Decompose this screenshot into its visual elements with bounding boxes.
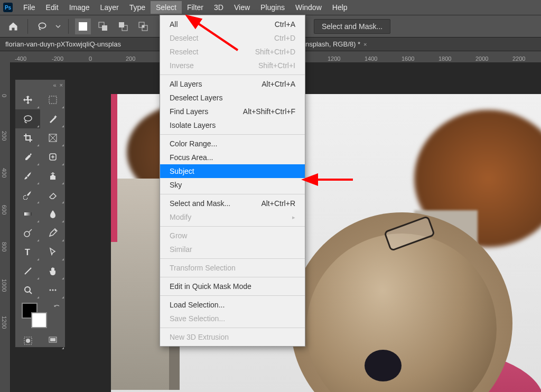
svg-point-9 (24, 116, 32, 121)
clone-tool[interactable] (40, 166, 65, 185)
menu-separator (160, 258, 305, 259)
menu-item-shortcut: Ctrl+D (274, 34, 295, 42)
menu-item-subject[interactable]: Subject (160, 164, 305, 178)
svg-rect-14 (24, 212, 32, 216)
menu-item-label: Grow (170, 231, 187, 240)
menu-separator (160, 74, 305, 75)
document-tab[interactable]: florian-van-duyn-pXToxwjqIiQ-unsplas (0, 38, 126, 50)
menu-edit[interactable]: Edit (41, 1, 64, 14)
swap-colors-icon[interactable]: ⤺ (54, 302, 60, 310)
menu-item-isolate-layers[interactable]: Isolate Layers (160, 118, 305, 132)
dodge-tool[interactable] (15, 223, 40, 242)
menu-item-label: Deselect Layers (170, 94, 222, 102)
menu-item-shortcut: Alt+Shift+Ctrl+F (243, 107, 295, 116)
edit-toolbar-tool[interactable] (40, 281, 65, 300)
svg-rect-7 (142, 25, 144, 27)
subtract-selection-icon[interactable] (115, 18, 131, 34)
menu-item-transform-selection: Transform Selection (160, 261, 305, 275)
menu-select[interactable]: Select (151, 1, 182, 14)
svg-rect-3 (119, 22, 124, 27)
menu-item-new-3d-extrusion: New 3D Extrusion (160, 330, 305, 344)
app-logo: Ps (3, 3, 13, 12)
menu-item-save-selection: Save Selection... (160, 312, 305, 325)
ruler-tick: 0 (89, 55, 92, 62)
close-icon[interactable]: × (363, 41, 367, 48)
path-select-tool[interactable] (40, 242, 65, 262)
menu-item-similar: Similar (160, 242, 305, 256)
healing-tool[interactable] (40, 147, 65, 166)
menu-plugins[interactable]: Plugins (255, 1, 290, 14)
menu-item-label: Load Selection... (170, 301, 225, 309)
background-swatch[interactable] (31, 312, 47, 328)
quick-mask-icon[interactable] (15, 331, 40, 350)
menu-item-load-selection[interactable]: Load Selection... (160, 298, 305, 312)
gradient-tool[interactable] (15, 204, 40, 223)
lasso-tool[interactable] (15, 109, 40, 128)
menu-item-shortcut: Ctrl+A (275, 20, 295, 29)
menu-image[interactable]: Image (64, 1, 95, 14)
svg-rect-2 (102, 25, 107, 31)
brush-tool[interactable] (15, 166, 40, 185)
menu-item-edit-in-quick-mask-mode[interactable]: Edit in Quick Mask Mode (160, 279, 305, 293)
svg-point-0 (39, 23, 45, 28)
menu-item-label: All (170, 20, 178, 29)
history-brush-tool[interactable] (15, 185, 40, 204)
crop-tool[interactable] (15, 128, 40, 147)
ruler-tick: 2200 (512, 55, 525, 62)
color-swatches[interactable]: ⤺ (15, 300, 65, 331)
tools-panel: « × T ⤺ (15, 79, 66, 348)
collapse-icon[interactable]: « (53, 82, 56, 88)
new-selection-icon[interactable] (75, 18, 91, 34)
type-tool[interactable]: T (15, 242, 40, 262)
menu-file[interactable]: File (18, 1, 41, 14)
select-menu-dropdown: AllCtrl+ADeselectCtrl+DReselectShift+Ctr… (160, 15, 305, 347)
hand-tool[interactable] (40, 262, 65, 281)
menu-item-label: Transform Selection (170, 264, 236, 272)
menu-item-grow: Grow (160, 229, 305, 242)
app-logo-text: Ps (5, 5, 11, 11)
intersect-selection-icon[interactable] (135, 18, 151, 34)
menu-item-focus-area[interactable]: Focus Area... (160, 151, 305, 164)
svg-line-19 (25, 268, 31, 274)
menu-item-all-layers[interactable]: All LayersAlt+Ctrl+A (160, 77, 305, 91)
frame-tool[interactable] (40, 128, 65, 147)
menu-item-label: All Layers (170, 80, 202, 88)
magic-wand-tool[interactable] (40, 109, 65, 128)
marquee-tool[interactable] (40, 90, 65, 109)
svg-text:T: T (25, 248, 30, 257)
eyedropper-tool[interactable] (15, 147, 40, 166)
menu-item-color-range[interactable]: Color Range... (160, 137, 305, 151)
menu-item-deselect-layers[interactable]: Deselect Layers (160, 91, 305, 105)
menu-window[interactable]: Window (290, 1, 327, 14)
line-tool[interactable] (15, 262, 40, 281)
zoom-tool[interactable] (15, 281, 40, 300)
add-selection-icon[interactable] (95, 18, 111, 34)
menu-view[interactable]: View (229, 1, 255, 14)
menu-item-select-and-mask[interactable]: Select and Mask...Alt+Ctrl+R (160, 197, 305, 210)
menu-layer[interactable]: Layer (95, 1, 124, 14)
ruler-tick: 1200 (1, 316, 7, 329)
svg-point-17 (54, 230, 56, 231)
svg-point-24 (54, 290, 56, 291)
menu-item-find-layers[interactable]: Find LayersAlt+Shift+Ctrl+F (160, 105, 305, 118)
menu-item-sky[interactable]: Sky (160, 178, 305, 192)
blur-tool[interactable] (40, 204, 65, 223)
dropdown-chevron-icon[interactable] (54, 18, 62, 34)
eraser-tool[interactable] (40, 185, 65, 204)
lasso-tool-icon[interactable] (34, 18, 50, 34)
ruler-tick: -200 (52, 55, 63, 62)
move-tool[interactable] (15, 90, 40, 109)
menu-type[interactable]: Type (124, 1, 151, 14)
select-and-mask-button[interactable]: Select and Mask... (314, 19, 390, 34)
menu-separator (160, 194, 305, 194)
pen-tool[interactable] (40, 223, 65, 242)
menu-item-label: Modify (170, 213, 191, 221)
tools-panel-header: « × (15, 80, 65, 90)
home-icon[interactable] (5, 18, 21, 34)
ruler-tick: -400 (15, 55, 26, 62)
menu-help[interactable]: Help (327, 1, 353, 14)
menu-3d[interactable]: 3D (209, 1, 229, 14)
close-icon[interactable]: × (60, 82, 63, 88)
screen-mode-icon[interactable] (40, 331, 65, 350)
menu-filter[interactable]: Filter (182, 1, 209, 14)
